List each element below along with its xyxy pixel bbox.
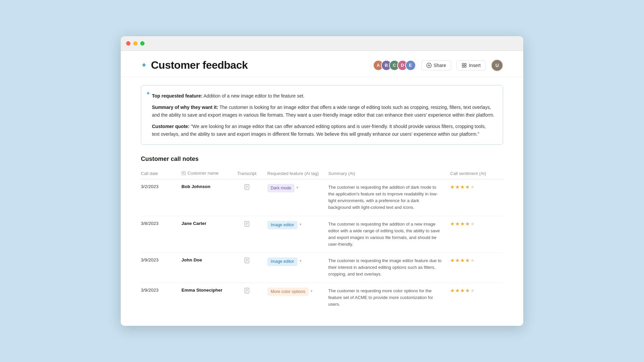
insert-icon	[462, 63, 467, 68]
section-title: Customer call notes	[141, 156, 503, 163]
table-wrapper: Customer call notes Call date	[141, 156, 503, 312]
feature-tag: More color options	[267, 288, 309, 296]
cell-customer-name: Jane Carter	[177, 216, 230, 253]
star-icon: ★	[455, 257, 460, 263]
tag-dropdown-button[interactable]: ▾	[296, 184, 299, 191]
tag-dropdown-button[interactable]: ▾	[299, 221, 302, 228]
star-icon: ★	[455, 184, 460, 190]
traffic-lights	[126, 41, 145, 46]
header-right: A B C D E Share	[373, 59, 503, 71]
minimize-button[interactable]	[133, 41, 138, 46]
cell-call-date: 3/8/2023	[141, 216, 177, 253]
cell-sentiment: ★★★★★	[446, 179, 503, 216]
star-icon: ★	[470, 184, 475, 190]
transcript-icon[interactable]	[234, 221, 260, 227]
cell-transcript[interactable]	[230, 179, 264, 216]
avatar-group: A B C D E	[373, 60, 416, 71]
star-icon: ★	[450, 257, 454, 263]
user-avatar-button[interactable]: U	[491, 59, 503, 71]
svg-rect-1	[462, 63, 464, 65]
ai-sparkle-icon: ✦	[146, 90, 150, 97]
cell-customer-name: Emma Stonecipher	[177, 283, 230, 312]
star-icon: ★	[465, 184, 470, 190]
page-title-area: ✦ Customer feedback	[141, 59, 248, 71]
col-header-sentiment: Call sentiment (AI)	[446, 168, 503, 179]
table-row: 3/2/2023 Bob Johnson Dark mode ▾ The cus…	[141, 179, 503, 216]
cell-summary: The customer is requesting the addition …	[324, 179, 446, 216]
browser-window: ✦ Customer feedback A B C D E Share	[121, 36, 523, 326]
cell-customer-name: Bob Johnson	[177, 179, 230, 216]
table-header-row: Call date Customer name	[141, 168, 503, 179]
page-header: ✦ Customer feedback A B C D E Share	[121, 51, 523, 77]
table-row: 3/9/2023 Emma Stonecipher More color opt…	[141, 283, 503, 312]
star-icon: ★	[470, 221, 475, 227]
tag-dropdown-button[interactable]: ▾	[310, 288, 313, 295]
titlebar	[121, 36, 523, 51]
call-notes-table: Call date Customer name	[141, 168, 503, 312]
insert-button[interactable]: Insert	[457, 60, 486, 70]
star-icon: ★	[470, 288, 475, 294]
star-rating: ★★★★★	[450, 221, 499, 227]
star-rating: ★★★★★	[450, 288, 499, 294]
transcript-icon[interactable]	[234, 288, 260, 294]
tag-dropdown-button[interactable]: ▾	[299, 257, 302, 264]
table-row: 3/9/2023 John Doe Image editor ▾ The cus…	[141, 253, 503, 283]
cell-transcript[interactable]	[230, 283, 264, 312]
cell-tag: Image editor ▾	[263, 253, 324, 283]
star-icon: ★	[460, 184, 465, 190]
main-content: ✦ Top requested feature: Addition of a n…	[121, 77, 523, 326]
cell-tag: More color options ▾	[263, 283, 324, 312]
close-button[interactable]	[126, 41, 130, 46]
share-button[interactable]: Share	[421, 60, 451, 70]
cell-customer-name: John Doe	[177, 253, 230, 283]
customer-quote-line: Customer quote: "We are looking for an i…	[152, 123, 495, 138]
svg-rect-3	[462, 66, 464, 67]
star-icon: ★	[465, 288, 470, 294]
star-icon: ★	[460, 288, 465, 294]
star-icon: ★	[455, 288, 460, 294]
svg-point-6	[183, 172, 184, 173]
star-icon: ★	[460, 221, 465, 227]
cell-summary: The customer is requesting more color op…	[324, 283, 446, 312]
page-title: Customer feedback	[151, 59, 248, 71]
cell-transcript[interactable]	[230, 253, 264, 283]
star-icon: ★	[450, 184, 454, 190]
summary-why-line: Summary of why they want it: The custome…	[152, 104, 495, 119]
star-icon: ★	[455, 221, 460, 227]
cell-summary: The customer is requesting the addition …	[324, 216, 446, 253]
maximize-button[interactable]	[140, 41, 145, 46]
col-header-call-date: Call date	[141, 168, 177, 179]
svg-rect-2	[465, 63, 466, 65]
cell-call-date: 3/9/2023	[141, 253, 177, 283]
avatar: E	[405, 60, 416, 71]
col-header-summary: Summary (AI)	[324, 168, 446, 179]
sparkle-icon: ✦	[141, 61, 147, 70]
feature-tag: Image editor	[267, 257, 297, 266]
cell-sentiment: ★★★★★	[446, 253, 503, 283]
cell-sentiment: ★★★★★	[446, 283, 503, 312]
star-icon: ★	[465, 257, 470, 263]
customer-icon	[181, 171, 186, 175]
transcript-icon[interactable]	[234, 184, 260, 190]
cell-sentiment: ★★★★★	[446, 216, 503, 253]
cell-call-date: 3/9/2023	[141, 283, 177, 312]
feature-tag: Image editor	[267, 221, 297, 230]
star-rating: ★★★★★	[450, 257, 499, 263]
star-icon: ★	[450, 221, 454, 227]
col-header-requested-feature: Requested feature (AI tag)	[263, 168, 324, 179]
star-icon: ★	[470, 257, 475, 263]
top-feature-line: Top requested feature: Addition of a new…	[152, 92, 495, 100]
star-icon: ★	[465, 221, 470, 227]
col-header-customer-name: Customer name	[177, 168, 230, 179]
cell-call-date: 3/2/2023	[141, 179, 177, 216]
star-icon: ★	[460, 257, 465, 263]
share-icon	[426, 63, 432, 68]
content-area: ✦ Customer feedback A B C D E Share	[121, 51, 523, 326]
cell-summary: The customer is requesting the image edi…	[324, 253, 446, 283]
feature-tag: Dark mode	[267, 184, 294, 193]
svg-rect-4	[465, 66, 466, 67]
ai-summary-box: ✦ Top requested feature: Addition of a n…	[141, 85, 503, 145]
cell-tag: Dark mode ▾	[263, 179, 324, 216]
transcript-icon[interactable]	[234, 257, 260, 263]
cell-transcript[interactable]	[230, 216, 264, 253]
